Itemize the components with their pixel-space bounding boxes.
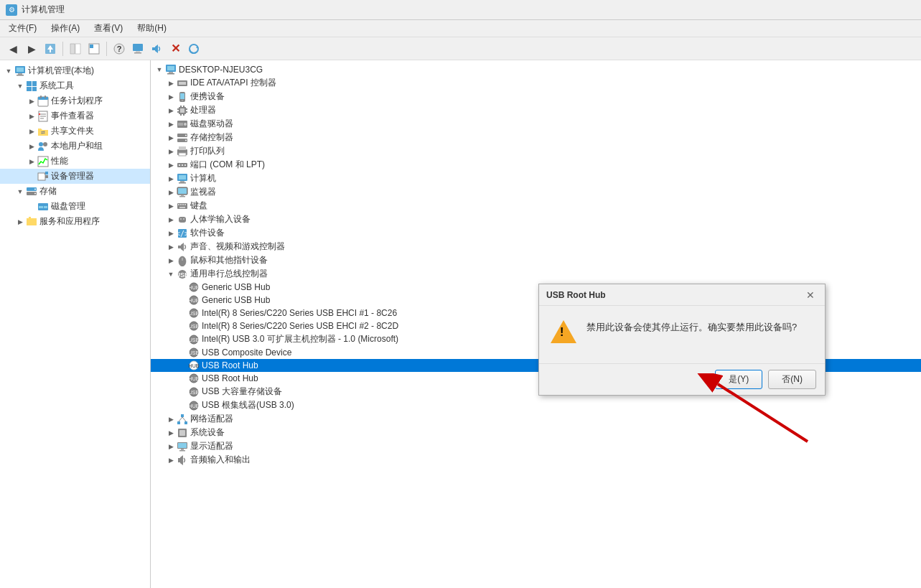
dialog-message: 禁用此设备会使其停止运行。确实要禁用此设备吗? <box>586 320 797 335</box>
dialog-title: USB Root Hub <box>546 290 606 300</box>
dialog-body: 禁用此设备会使其停止运行。确实要禁用此设备吗? <box>539 306 825 363</box>
dialog-close-button[interactable]: ✕ <box>803 288 818 302</box>
dialog-title-bar: USB Root Hub ✕ <box>539 284 825 306</box>
dialog-overlay: USB Root Hub ✕ 禁用此设备会使其停止运行。确实要禁用此设备吗? 是… <box>0 0 921 588</box>
dialog-yes-button[interactable]: 是(Y) <box>715 370 762 389</box>
dialog-no-button[interactable]: 否(N) <box>768 370 816 389</box>
dialog-box: USB Root Hub ✕ 禁用此设备会使其停止运行。确实要禁用此设备吗? 是… <box>538 284 826 396</box>
dialog-footer: 是(Y) 否(N) <box>539 363 825 395</box>
warning-icon <box>551 320 576 346</box>
